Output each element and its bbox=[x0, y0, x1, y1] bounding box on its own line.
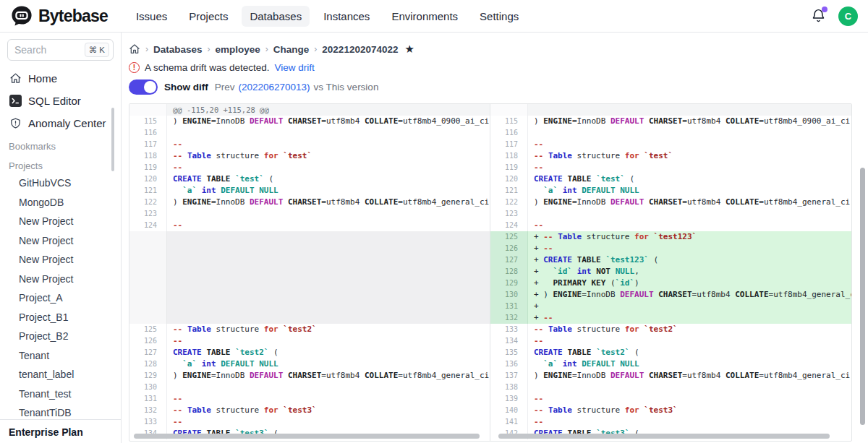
diff-code-row: 140-- Table structure for `test3` bbox=[490, 405, 851, 416]
project-item[interactable]: MongoDB bbox=[0, 194, 121, 211]
project-item[interactable]: Project_B1 bbox=[0, 309, 121, 326]
project-item[interactable]: New Project bbox=[0, 270, 121, 288]
diff-code-row: 121 `a` int DEFAULT NULL bbox=[129, 185, 490, 197]
nav-item-instances[interactable]: Instances bbox=[315, 6, 378, 27]
diff-toolbar: Show diff Prev (202206270013) vs This ve… bbox=[129, 79, 868, 95]
sidebar-scrollbar[interactable] bbox=[111, 108, 114, 171]
project-item[interactable]: tenant_label bbox=[0, 366, 121, 383]
nav-item-issues[interactable]: Issues bbox=[128, 6, 175, 27]
right-horizontal-scrollbar[interactable] bbox=[498, 434, 830, 439]
nav-item-databases[interactable]: Databases bbox=[242, 6, 310, 27]
project-item[interactable]: Tenant_test bbox=[0, 385, 121, 403]
sidebar-item-label: SQL Editor bbox=[28, 95, 81, 107]
project-item[interactable]: New Project bbox=[0, 232, 121, 249]
code-line: -- bbox=[167, 220, 490, 231]
left-horizontal-scrollbar[interactable] bbox=[134, 434, 480, 439]
diff-code-row: 133-- bbox=[129, 416, 490, 428]
diff-pane-right: 115) ENGINE=InnoDB DEFAULT CHARSET=utf8m… bbox=[490, 104, 851, 441]
breadcrumb-separator: › bbox=[314, 44, 317, 54]
code-line: ) ENGINE=InnoDB DEFAULT CHARSET=utf8mb4 … bbox=[167, 197, 490, 208]
line-number bbox=[129, 104, 167, 116]
project-item[interactable]: New Project bbox=[0, 251, 121, 268]
top-nav-items: IssuesProjectsDatabasesInstancesEnvironm… bbox=[128, 6, 527, 27]
schema-drift-alert: ! A schema drift was detected. View drif… bbox=[129, 62, 868, 73]
code-line bbox=[167, 127, 490, 139]
diff-code-row: 120CREATE TABLE `test` ( bbox=[490, 173, 851, 185]
diff-added-row: 127+ CREATE TABLE `test123` ( bbox=[490, 254, 851, 266]
line-number: 132 bbox=[129, 405, 167, 416]
code-line bbox=[528, 104, 851, 116]
favorite-star-icon[interactable]: ★ bbox=[404, 43, 414, 56]
line-number: 125 bbox=[129, 324, 167, 335]
search-box[interactable]: ⌘ K bbox=[7, 39, 114, 61]
project-item[interactable]: Project_A bbox=[0, 289, 121, 306]
project-item[interactable]: New Project bbox=[0, 212, 121, 230]
terminal-icon bbox=[9, 95, 22, 107]
diff-code-row: 121 `a` int DEFAULT NULL bbox=[490, 185, 851, 197]
brand-name: Bytebase bbox=[38, 7, 108, 26]
code-line: + PRIMARY KEY (`id`) bbox=[528, 278, 851, 289]
code-line: + `id` int NOT NULL, bbox=[528, 266, 851, 278]
line-number: 117 bbox=[490, 139, 528, 150]
sidebar-item-sql-editor[interactable]: SQL Editor bbox=[0, 90, 121, 111]
diff-code-row: 118-- Table structure for `test` bbox=[490, 150, 851, 162]
code-line: CREATE TABLE `test2` ( bbox=[167, 347, 490, 358]
diff-code-row: 123 bbox=[490, 208, 851, 220]
diff-code-row: 128 `a` int DEFAULT NULL bbox=[129, 358, 490, 370]
breadcrumb: ›Databases›employee›Change›2022120207402… bbox=[129, 43, 868, 56]
code-line: + ) ENGINE=InnoDB DEFAULT CHARSET=utf8mb… bbox=[528, 289, 851, 301]
search-input[interactable] bbox=[14, 44, 77, 56]
breadcrumb-separator: › bbox=[208, 44, 210, 54]
line-number: 123 bbox=[490, 208, 528, 220]
code-line: + bbox=[528, 301, 851, 312]
code-line: + -- Table structure for `test123` bbox=[528, 231, 851, 243]
projects-section-label: Projects bbox=[0, 155, 121, 174]
bytebase-logo-icon bbox=[10, 4, 33, 27]
code-line: -- Table structure for `test3` bbox=[528, 405, 851, 416]
code-line: -- Table structure for `test2` bbox=[528, 324, 851, 335]
diff-code-row: 118-- Table structure for `test` bbox=[129, 150, 490, 162]
code-line: ) ENGINE=InnoDB DEFAULT CHARSET=utf8mb4 … bbox=[167, 370, 490, 382]
project-item[interactable]: Project_B2 bbox=[0, 327, 121, 345]
sidebar-item-home[interactable]: Home bbox=[0, 68, 121, 89]
sidebar-item-anomaly-center[interactable]: Anomaly Center bbox=[0, 113, 121, 134]
code-line bbox=[528, 127, 851, 139]
line-number: 131 bbox=[129, 393, 167, 405]
show-diff-toggle[interactable] bbox=[129, 79, 158, 95]
code-line: CREATE TABLE `test2` ( bbox=[528, 347, 851, 358]
home-icon[interactable] bbox=[129, 43, 140, 55]
code-line: -- bbox=[167, 416, 490, 428]
prev-version-link[interactable]: (202206270013) bbox=[239, 82, 310, 93]
line-number bbox=[129, 289, 167, 301]
line-number: 122 bbox=[490, 197, 528, 208]
diff-gap-row bbox=[129, 289, 490, 301]
diff-code-row: 133-- Table structure for `test2` bbox=[490, 324, 851, 335]
diff-code-row: 124-- bbox=[129, 220, 490, 231]
breadcrumb-item[interactable]: Change bbox=[273, 44, 310, 55]
project-item[interactable]: GitHubVCS bbox=[0, 174, 121, 192]
notifications-button[interactable] bbox=[811, 8, 827, 24]
diff-added-row: 131+ bbox=[490, 301, 851, 312]
line-number: 116 bbox=[129, 127, 167, 139]
code-line: -- bbox=[528, 335, 851, 347]
line-number bbox=[129, 301, 167, 312]
code-line bbox=[167, 231, 490, 243]
page-vertical-scrollbar[interactable] bbox=[860, 168, 865, 425]
nav-item-projects[interactable]: Projects bbox=[181, 6, 236, 27]
avatar[interactable]: C bbox=[838, 7, 858, 26]
nav-item-settings[interactable]: Settings bbox=[472, 6, 527, 27]
line-number bbox=[129, 266, 167, 278]
line-number: 118 bbox=[129, 150, 167, 162]
brand-logo[interactable]: Bytebase bbox=[10, 4, 108, 27]
line-number: 115 bbox=[129, 116, 167, 127]
bookmarks-section-label: Bookmarks bbox=[0, 135, 121, 155]
line-number: 126 bbox=[490, 243, 528, 254]
view-drift-link[interactable]: View drift bbox=[275, 62, 315, 73]
breadcrumb-item[interactable]: Databases bbox=[153, 44, 203, 55]
diff-code-row: 116 bbox=[129, 127, 490, 139]
project-item[interactable]: Tenant bbox=[0, 347, 121, 364]
breadcrumb-item[interactable]: employee bbox=[216, 44, 260, 55]
nav-item-environments[interactable]: Environments bbox=[383, 6, 466, 27]
diff-added-row: 125+ -- Table structure for `test123` bbox=[490, 231, 851, 243]
breadcrumb-item[interactable]: 20221202074022 bbox=[322, 44, 398, 55]
